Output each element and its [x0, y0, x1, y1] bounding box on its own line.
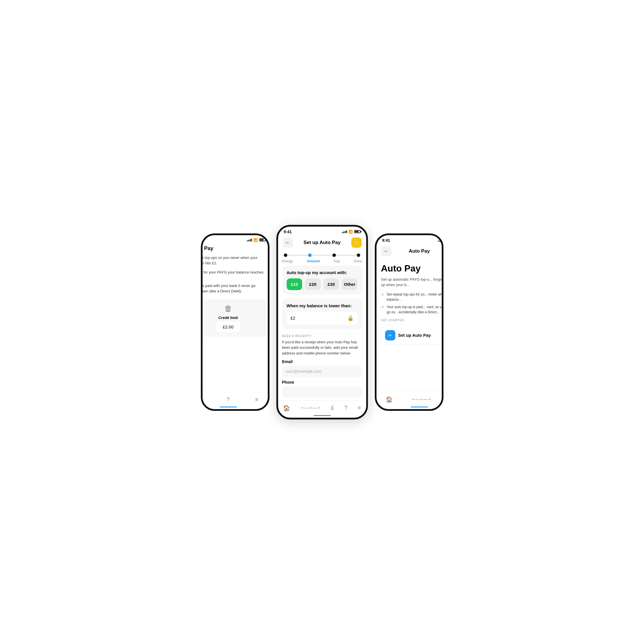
lightning-icon: ⚡ [353, 239, 360, 246]
wifi-icon: 📶 [253, 238, 258, 242]
center-nav-title: Set up Auto Pay [304, 240, 341, 245]
right-status-icons: 📶 [438, 238, 443, 242]
center-status-bar: 9:41 📶 [278, 227, 366, 235]
amount-btn-other[interactable]: Other [342, 278, 358, 290]
right-back-button[interactable]: ← [381, 246, 391, 256]
phone-input[interactable] [282, 386, 362, 398]
center-nav-usage[interactable]: ⚬—⚬—⚬ [298, 404, 323, 412]
lock-icon: 🔒 [347, 315, 354, 321]
amount-btn-10[interactable]: £10 [287, 278, 302, 290]
balance-value: £2 [291, 316, 296, 320]
left-desc3: op-up is paid with your bank ll never go… [201, 283, 270, 294]
stepper [278, 250, 366, 258]
step-dot-done [357, 253, 360, 257]
right-phone: 9:41 📶 ← Auto Pay [375, 233, 443, 411]
center-help-icon: ? [344, 405, 347, 411]
amount-btn-30[interactable]: £30 [324, 278, 339, 290]
screen-container: 📶 Auto Pay c PAYG top-ups so you never w… [165, 225, 479, 419]
center-bottom-nav: 🏠 ⚬—⚬—⚬ £ ? ≡ [278, 400, 366, 418]
amount-card: Auto top-up my account with: £10 £20 £30… [282, 265, 362, 295]
lightning-button[interactable]: ⚡ [351, 237, 362, 248]
email-input[interactable]: sam@example.com [282, 366, 362, 377]
right-status-bar: 9:41 📶 [377, 235, 443, 244]
check-text-1: Set repeat top-ups for yo... meter when … [387, 292, 443, 302]
delete-icon: 🗑 [224, 304, 232, 313]
right-nav-header: ← Auto Pay [377, 244, 443, 259]
setup-btn-label: Set up Auto Pay [398, 333, 431, 338]
receipt-section: NEED A RECEIPT? If you'd like a receipt … [282, 333, 362, 400]
center-status-icons: 📶 [342, 230, 360, 234]
amount-options: £10 £20 £30 Other [287, 278, 358, 290]
center-nav-home[interactable]: 🏠 [281, 403, 292, 413]
step-label-energy: Energy [282, 259, 293, 263]
right-signal-icon [438, 239, 443, 242]
usage-icon: ⚬—⚬—⚬ [300, 405, 321, 411]
step-line-2 [312, 255, 332, 255]
phone-label: Phone [282, 380, 362, 385]
balance-input-row: £2 🔒 [287, 312, 358, 325]
left-desc2: op-ups for your PAYG your balance reache… [201, 270, 270, 281]
check-text-2: Your auto top-up is paid... card, so you… [387, 304, 443, 315]
get-started-label: GET STARTED [381, 319, 443, 322]
center-wifi-icon: 📶 [348, 230, 353, 234]
checkmark-icon-1: ✓ [381, 292, 385, 297]
battery-icon [259, 238, 265, 241]
balance-label: When my balance is lower than: [287, 303, 358, 308]
center-nav-menu[interactable]: ≡ [355, 403, 363, 413]
right-nav-title: Auto Pay [409, 248, 430, 254]
amount-card-title: Auto top-up my account with: [287, 270, 358, 275]
left-bottom-nav: £ ? ≡ [201, 392, 270, 409]
step-dot-pay [332, 253, 336, 257]
home-icon: 🏠 [283, 405, 290, 411]
checkmark-icon-2: ✓ [381, 305, 385, 309]
left-phone: 📶 Auto Pay c PAYG top-ups so you never w… [201, 233, 270, 411]
center-menu-icon: ≡ [358, 405, 361, 411]
center-phone: 9:41 📶 ← Set up Auto Pay ⚡ [276, 225, 368, 419]
separator [381, 324, 443, 324]
email-label: Email [282, 359, 362, 364]
right-content: Auto Pay Set up automatic PAYG top-u... … [377, 259, 443, 348]
balance-card: When my balance is lower than: £2 🔒 [282, 299, 362, 329]
help-icon: ? [227, 396, 230, 403]
right-nav-home[interactable]: 🏠 [383, 395, 395, 405]
step-line-3 [336, 255, 357, 255]
center-nav-help[interactable]: ? [342, 403, 350, 413]
back-button[interactable]: ← [283, 237, 293, 248]
credit-label: Credit limit [219, 316, 238, 320]
nav-item-menu[interactable]: ≡ [253, 395, 261, 405]
step-label-done: Done [354, 259, 362, 263]
signal-bars-icon [247, 239, 252, 241]
credit-value: £2.00 [216, 322, 241, 332]
nav-item-payments[interactable]: £ [201, 395, 203, 405]
step-label-amount: Amount [307, 259, 320, 263]
center-nav-payments[interactable]: £ [329, 403, 336, 413]
right-time: 9:41 [382, 238, 390, 243]
amount-btn-20[interactable]: £20 [305, 278, 321, 290]
credit-limit-card: 🗑 Credit limit £2.00 [201, 299, 267, 337]
step-line-1 [287, 255, 308, 255]
step-dot-energy [284, 253, 287, 257]
right-big-title: Auto Pay [381, 263, 443, 274]
nav-item-help[interactable]: ? [224, 395, 232, 405]
receipt-desc: If you'd like a receipt when your Auto P… [282, 339, 362, 356]
check-item-1: ✓ Set repeat top-ups for yo... meter whe… [381, 292, 443, 302]
right-description: Set up automatic PAYG top-u... forget to… [381, 277, 443, 288]
center-payments-icon: £ [331, 405, 334, 411]
receipt-label: NEED A RECEIPT? [282, 334, 362, 338]
center-time: 9:41 [284, 229, 292, 234]
left-status-icons: 📶 [247, 238, 265, 242]
left-page-title: Auto Pay [201, 243, 270, 255]
step-labels: Energy Amount Pay Done [278, 258, 366, 265]
right-home-icon: 🏠 [386, 396, 393, 403]
center-battery-icon [354, 230, 360, 233]
autopay-icon: ∞ [385, 330, 395, 340]
right-usage-icon: ⚬—⚬—⚬ [411, 397, 431, 402]
center-signal-icon [342, 230, 347, 233]
right-nav-usage[interactable]: ⚬—⚬—⚬ [409, 395, 434, 404]
center-content: Auto top-up my account with: £10 £20 £30… [278, 265, 366, 400]
center-nav-header: ← Set up Auto Pay ⚡ [278, 235, 366, 250]
right-bottom-nav: 🏠 ⚬—⚬—⚬ £ [377, 392, 443, 409]
setup-autopay-button[interactable]: ∞ Set up Auto Pay [381, 327, 443, 344]
left-desc1: c PAYG top-ups so you never when your ba… [201, 255, 270, 266]
menu-icon: ≡ [255, 396, 258, 403]
